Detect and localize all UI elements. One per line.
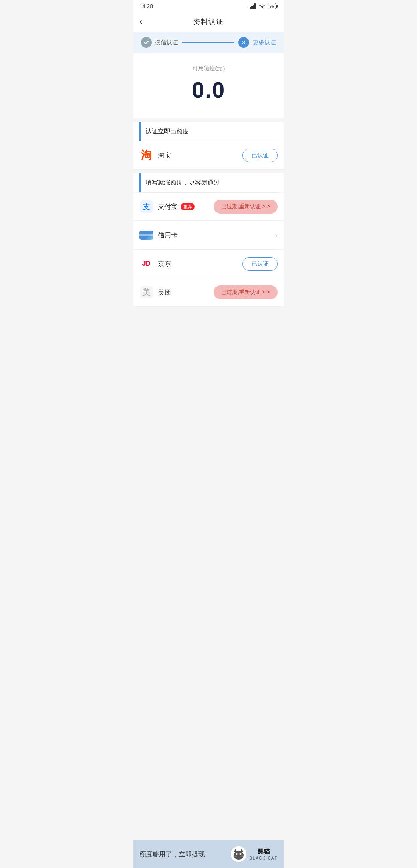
meituan-name: 美团	[158, 288, 209, 297]
svg-rect-2	[253, 5, 254, 9]
svg-point-7	[234, 851, 244, 860]
taobao-certified-button[interactable]: 已认证	[242, 149, 278, 162]
section1-wrapper: 认证立即出额度	[133, 122, 284, 141]
alipay-name-text: 支付宝	[158, 202, 178, 211]
alipay-expired-button[interactable]: 已过期,重新认证 > >	[214, 200, 278, 214]
jd-row[interactable]: JD 京东 已认证	[133, 250, 284, 278]
bottom-spacer	[133, 307, 284, 322]
credit-card-visual	[139, 231, 153, 240]
signal-icon	[250, 3, 257, 9]
jd-icon-text: JD	[142, 260, 151, 268]
step1-item: 授信认证	[141, 37, 178, 48]
section1-title: 认证立即出额度	[139, 122, 284, 141]
step-line	[182, 42, 234, 43]
status-bar: 14:28 96	[133, 0, 284, 12]
battery-cap	[276, 5, 278, 8]
alipay-icon: 支	[139, 200, 153, 214]
banner-text: 额度够用了，立即提现	[139, 850, 205, 859]
amount-section: 可用额度(元) 0.0	[133, 53, 284, 118]
svg-point-12	[236, 854, 237, 854]
gap1	[133, 118, 284, 122]
taobao-icon-text: 淘	[141, 148, 152, 163]
status-time: 14:28	[139, 3, 153, 9]
brand-name: 黑猫 BLACK CAT	[249, 848, 278, 860]
taobao-name: 淘宝	[158, 151, 238, 160]
svg-rect-1	[251, 6, 253, 9]
battery-level: 96	[268, 3, 276, 9]
status-icons: 96	[250, 3, 278, 9]
step1-check-icon	[141, 37, 152, 48]
step-number: 3	[238, 37, 249, 48]
taobao-icon: 淘	[139, 148, 153, 162]
svg-point-13	[240, 854, 241, 854]
amount-label: 可用额度(元)	[139, 65, 278, 72]
meituan-icon: 美	[139, 285, 153, 299]
header: ‹ 资料认证	[133, 12, 284, 32]
progress-steps: 授信认证 3 更多认证	[133, 32, 284, 53]
credit-card-name: 信用卡	[158, 231, 270, 240]
step1-label: 授信认证	[155, 39, 178, 46]
banner-logo: 黑猫 BLACK CAT	[230, 846, 278, 863]
taobao-row[interactable]: 淘 淘宝 已认证	[133, 141, 284, 170]
jd-icon: JD	[139, 257, 153, 271]
credit-card-arrow: ›	[275, 231, 278, 240]
alipay-svg-icon: 支	[140, 200, 153, 213]
credit-card-row[interactable]: 信用卡 ›	[133, 221, 284, 249]
credit-card-icon	[139, 228, 153, 242]
jd-name: 京东	[158, 259, 238, 268]
wifi-icon	[259, 3, 266, 9]
gap2	[133, 170, 284, 173]
page-title: 资料认证	[193, 17, 224, 26]
section2-wrapper: 填写就涨额度，更容易通过	[133, 173, 284, 192]
alipay-name: 支付宝 推荐	[158, 202, 209, 211]
step2-label: 更多认证	[253, 39, 276, 46]
brand-chinese: 黑猫	[258, 848, 270, 856]
alipay-row[interactable]: 支 支付宝 推荐 已过期,重新认证 > >	[133, 193, 284, 221]
alipay-recommend-badge: 推荐	[181, 203, 195, 210]
svg-rect-3	[254, 3, 256, 9]
section2-title: 填写就涨额度，更容易通过	[139, 173, 284, 192]
meituan-icon-text: 美	[140, 286, 153, 298]
meituan-expired-button[interactable]: 已过期,重新认证 > >	[214, 285, 278, 299]
back-button[interactable]: ‹	[139, 17, 142, 27]
black-cat-icon	[230, 846, 247, 863]
meituan-row[interactable]: 美 美团 已过期,重新认证 > >	[133, 278, 284, 307]
jd-certified-button[interactable]: 已认证	[242, 257, 278, 271]
brand-english: BLACK CAT	[249, 856, 278, 860]
svg-point-14	[238, 856, 239, 856]
amount-value: 0.0	[139, 77, 278, 103]
svg-text:支: 支	[142, 203, 150, 211]
battery-indicator: 96	[268, 3, 278, 9]
svg-rect-0	[250, 7, 251, 9]
bottom-banner[interactable]: 额度够用了，立即提现 黑猫 BLACK CAT	[133, 840, 284, 868]
